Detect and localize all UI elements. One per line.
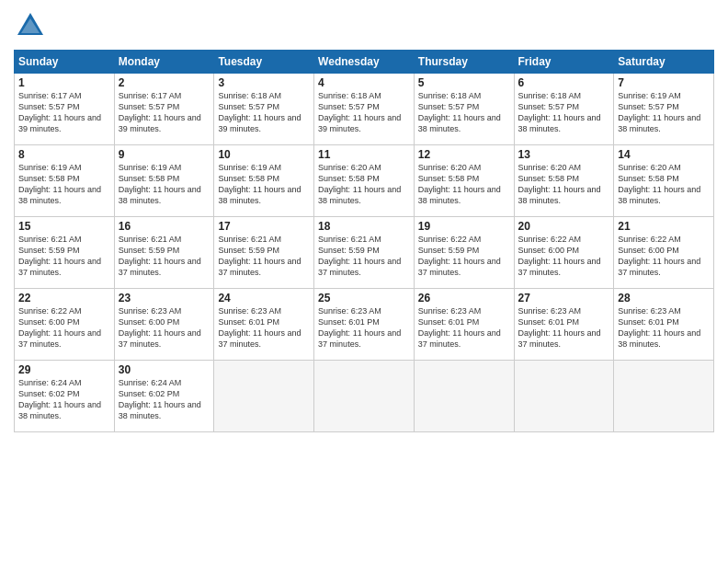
calendar-cell [614,361,714,432]
calendar-cell: 19Sunrise: 6:22 AMSunset: 5:59 PMDayligh… [414,217,514,289]
day-number: 18 [318,220,410,233]
day-number: 26 [418,292,510,304]
day-number: 10 [218,148,310,161]
day-number: 16 [119,220,210,233]
day-number: 8 [18,148,110,161]
day-info: Sunrise: 6:23 AMSunset: 6:01 PMDaylight:… [418,305,510,350]
day-info: Sunrise: 6:19 AMSunset: 5:58 PMDaylight:… [218,162,310,207]
day-number: 5 [418,76,510,89]
day-info: Sunrise: 6:18 AMSunset: 5:57 PMDaylight:… [218,90,310,135]
day-info: Sunrise: 6:20 AMSunset: 5:58 PMDaylight:… [618,162,710,207]
calendar-cell [514,361,614,432]
calendar-cell: 4Sunrise: 6:18 AMSunset: 5:57 PMDaylight… [314,74,415,145]
logo-icon [14,9,47,42]
calendar-header-cell: Monday [114,51,214,74]
day-info: Sunrise: 6:21 AMSunset: 5:59 PMDaylight:… [318,234,410,279]
header [14,9,714,42]
day-info: Sunrise: 6:19 AMSunset: 5:57 PMDaylight:… [618,90,710,135]
day-info: Sunrise: 6:20 AMSunset: 5:58 PMDaylight:… [418,162,510,207]
day-number: 15 [18,220,110,233]
calendar-week-row: 8Sunrise: 6:19 AMSunset: 5:58 PMDaylight… [15,145,714,217]
day-number: 25 [318,292,410,304]
calendar-cell: 16Sunrise: 6:21 AMSunset: 5:59 PMDayligh… [114,217,214,289]
calendar-cell [314,361,415,432]
calendar-cell: 24Sunrise: 6:23 AMSunset: 6:01 PMDayligh… [214,289,314,361]
day-info: Sunrise: 6:19 AMSunset: 5:58 PMDaylight:… [119,162,210,207]
calendar-cell: 10Sunrise: 6:19 AMSunset: 5:58 PMDayligh… [214,145,314,217]
day-number: 9 [119,148,210,161]
calendar-header-cell: Tuesday [214,51,314,74]
calendar-header-cell: Saturday [614,51,714,74]
day-number: 27 [518,292,610,304]
calendar-cell: 17Sunrise: 6:21 AMSunset: 5:59 PMDayligh… [214,217,314,289]
day-info: Sunrise: 6:21 AMSunset: 5:59 PMDaylight:… [119,234,210,279]
day-info: Sunrise: 6:22 AMSunset: 5:59 PMDaylight:… [418,234,510,279]
day-number: 28 [618,292,710,304]
day-info: Sunrise: 6:22 AMSunset: 6:00 PMDaylight:… [618,234,710,279]
calendar-cell: 28Sunrise: 6:23 AMSunset: 6:01 PMDayligh… [614,289,714,361]
calendar-header-cell: Wednesday [314,51,415,74]
calendar-cell: 18Sunrise: 6:21 AMSunset: 5:59 PMDayligh… [314,217,415,289]
calendar-week-row: 22Sunrise: 6:22 AMSunset: 6:00 PMDayligh… [15,289,714,361]
calendar-header-cell: Sunday [15,51,115,74]
day-info: Sunrise: 6:18 AMSunset: 5:57 PMDaylight:… [418,90,510,135]
day-info: Sunrise: 6:19 AMSunset: 5:58 PMDaylight:… [18,162,110,207]
day-number: 23 [119,292,210,304]
calendar-cell: 11Sunrise: 6:20 AMSunset: 5:58 PMDayligh… [314,145,415,217]
day-number: 17 [218,220,310,233]
day-info: Sunrise: 6:17 AMSunset: 5:57 PMDaylight:… [18,90,110,135]
day-number: 22 [18,292,110,304]
calendar-cell: 7Sunrise: 6:19 AMSunset: 5:57 PMDaylight… [614,74,714,145]
day-info: Sunrise: 6:18 AMSunset: 5:57 PMDaylight:… [318,90,410,135]
day-number: 13 [518,148,610,161]
day-number: 19 [418,220,510,233]
calendar-cell: 27Sunrise: 6:23 AMSunset: 6:01 PMDayligh… [514,289,614,361]
day-info: Sunrise: 6:23 AMSunset: 6:01 PMDaylight:… [218,305,310,350]
calendar-cell: 12Sunrise: 6:20 AMSunset: 5:58 PMDayligh… [414,145,514,217]
day-info: Sunrise: 6:20 AMSunset: 5:58 PMDaylight:… [518,162,610,207]
logo [14,9,51,42]
day-number: 24 [218,292,310,304]
day-number: 30 [119,363,210,376]
calendar-week-row: 29Sunrise: 6:24 AMSunset: 6:02 PMDayligh… [15,361,714,432]
day-number: 11 [318,148,410,161]
day-info: Sunrise: 6:22 AMSunset: 6:00 PMDaylight:… [518,234,610,279]
calendar-cell: 29Sunrise: 6:24 AMSunset: 6:02 PMDayligh… [15,361,115,432]
day-info: Sunrise: 6:23 AMSunset: 6:00 PMDaylight:… [119,305,210,350]
calendar-cell: 20Sunrise: 6:22 AMSunset: 6:00 PMDayligh… [514,217,614,289]
calendar-cell: 23Sunrise: 6:23 AMSunset: 6:00 PMDayligh… [114,289,214,361]
calendar-week-row: 15Sunrise: 6:21 AMSunset: 5:59 PMDayligh… [15,217,714,289]
day-number: 4 [318,76,410,89]
calendar-cell: 25Sunrise: 6:23 AMSunset: 6:01 PMDayligh… [314,289,415,361]
day-number: 7 [618,76,710,89]
calendar-cell: 2Sunrise: 6:17 AMSunset: 5:57 PMDaylight… [114,74,214,145]
day-info: Sunrise: 6:24 AMSunset: 6:02 PMDaylight:… [119,377,210,422]
calendar-cell: 14Sunrise: 6:20 AMSunset: 5:58 PMDayligh… [614,145,714,217]
calendar-cell [214,361,314,432]
day-info: Sunrise: 6:20 AMSunset: 5:58 PMDaylight:… [318,162,410,207]
calendar-cell: 8Sunrise: 6:19 AMSunset: 5:58 PMDaylight… [15,145,115,217]
day-number: 12 [418,148,510,161]
day-number: 21 [618,220,710,233]
calendar-cell [414,361,514,432]
day-number: 3 [218,76,310,89]
day-number: 2 [119,76,210,89]
calendar-week-row: 1Sunrise: 6:17 AMSunset: 5:57 PMDaylight… [15,74,714,145]
calendar-cell: 9Sunrise: 6:19 AMSunset: 5:58 PMDaylight… [114,145,214,217]
day-number: 14 [618,148,710,161]
calendar-header-cell: Thursday [414,51,514,74]
calendar-cell: 5Sunrise: 6:18 AMSunset: 5:57 PMDaylight… [414,74,514,145]
day-info: Sunrise: 6:22 AMSunset: 6:00 PMDaylight:… [18,305,110,350]
calendar-cell: 3Sunrise: 6:18 AMSunset: 5:57 PMDaylight… [214,74,314,145]
day-number: 20 [518,220,610,233]
day-number: 1 [18,76,110,89]
calendar: SundayMondayTuesdayWednesdayThursdayFrid… [14,50,714,432]
calendar-header-row: SundayMondayTuesdayWednesdayThursdayFrid… [15,51,714,74]
day-info: Sunrise: 6:23 AMSunset: 6:01 PMDaylight:… [318,305,410,350]
calendar-cell: 22Sunrise: 6:22 AMSunset: 6:00 PMDayligh… [15,289,115,361]
day-info: Sunrise: 6:21 AMSunset: 5:59 PMDaylight:… [218,234,310,279]
day-info: Sunrise: 6:21 AMSunset: 5:59 PMDaylight:… [18,234,110,279]
day-number: 6 [518,76,610,89]
calendar-body: 1Sunrise: 6:17 AMSunset: 5:57 PMDaylight… [15,74,714,432]
day-info: Sunrise: 6:23 AMSunset: 6:01 PMDaylight:… [518,305,610,350]
